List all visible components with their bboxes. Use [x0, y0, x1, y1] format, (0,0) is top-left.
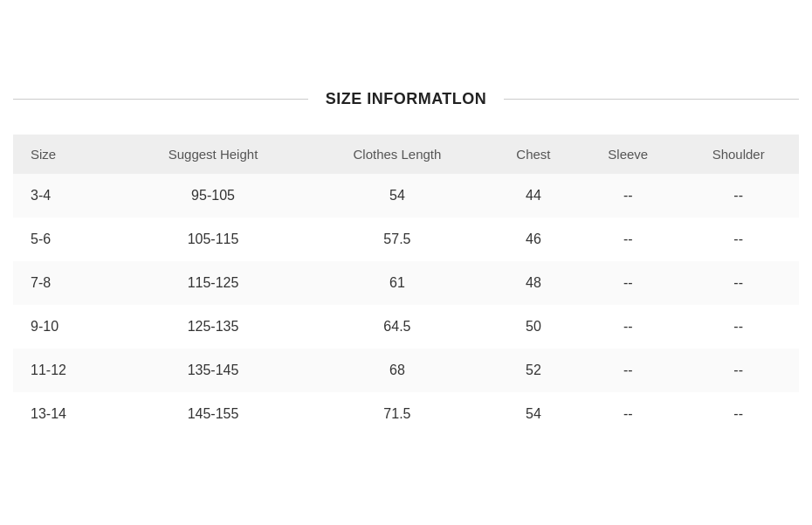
cell-sleeve-2: --	[578, 261, 678, 305]
title-row: SIZE INFORMATLON	[13, 90, 799, 108]
cell-chest-0: 44	[489, 174, 579, 218]
table-row: 5-6105-11557.546----	[13, 218, 799, 261]
cell-sleeve-3: --	[578, 305, 678, 349]
cell-chest-4: 52	[489, 349, 579, 392]
cell-chest-1: 46	[489, 218, 579, 261]
table-body: 3-495-1055444----5-6105-11557.546----7-8…	[13, 174, 799, 436]
cell-clothes_length-1: 57.5	[306, 218, 488, 261]
cell-sleeve-4: --	[578, 349, 678, 392]
cell-clothes_length-5: 71.5	[306, 392, 488, 436]
cell-suggest_height-4: 135-145	[120, 349, 306, 392]
cell-clothes_length-4: 68	[306, 349, 488, 392]
header-cell-shoulder: Shoulder	[678, 135, 799, 174]
cell-size-0: 3-4	[13, 174, 120, 218]
cell-sleeve-1: --	[578, 218, 678, 261]
cell-suggest_height-0: 95-105	[120, 174, 306, 218]
table-row: 3-495-1055444----	[13, 174, 799, 218]
cell-shoulder-4: --	[678, 349, 799, 392]
header-cell-chest: Chest	[489, 135, 579, 174]
table-row: 13-14145-15571.554----	[13, 392, 799, 436]
title-line-left	[13, 99, 308, 100]
cell-suggest_height-3: 125-135	[120, 305, 306, 349]
cell-chest-5: 54	[489, 392, 579, 436]
table-row: 11-12135-1456852----	[13, 349, 799, 392]
cell-shoulder-1: --	[678, 218, 799, 261]
cell-suggest_height-2: 115-125	[120, 261, 306, 305]
cell-suggest_height-5: 145-155	[120, 392, 306, 436]
size-info-container: SIZE INFORMATLON SizeSuggest HeightCloth…	[13, 73, 799, 453]
table-row: 7-8115-1256148----	[13, 261, 799, 305]
cell-size-2: 7-8	[13, 261, 120, 305]
cell-sleeve-0: --	[578, 174, 678, 218]
cell-clothes_length-3: 64.5	[306, 305, 488, 349]
cell-shoulder-3: --	[678, 305, 799, 349]
table-row: 9-10125-13564.550----	[13, 305, 799, 349]
header-row: SizeSuggest HeightClothes LengthChestSle…	[13, 135, 799, 174]
cell-shoulder-0: --	[678, 174, 799, 218]
cell-chest-2: 48	[489, 261, 579, 305]
cell-clothes_length-0: 54	[306, 174, 488, 218]
cell-size-1: 5-6	[13, 218, 120, 261]
cell-chest-3: 50	[489, 305, 579, 349]
page-title: SIZE INFORMATLON	[308, 90, 505, 108]
header-cell-sleeve: Sleeve	[578, 135, 678, 174]
title-line-right	[504, 99, 799, 100]
header-cell-size: Size	[13, 135, 120, 174]
cell-sleeve-5: --	[578, 392, 678, 436]
cell-clothes_length-2: 61	[306, 261, 488, 305]
cell-shoulder-2: --	[678, 261, 799, 305]
cell-size-4: 11-12	[13, 349, 120, 392]
header-cell-suggest_height: Suggest Height	[120, 135, 306, 174]
table-header: SizeSuggest HeightClothes LengthChestSle…	[13, 135, 799, 174]
cell-suggest_height-1: 105-115	[120, 218, 306, 261]
cell-shoulder-5: --	[678, 392, 799, 436]
cell-size-5: 13-14	[13, 392, 120, 436]
cell-size-3: 9-10	[13, 305, 120, 349]
size-table: SizeSuggest HeightClothes LengthChestSle…	[13, 135, 799, 436]
header-cell-clothes_length: Clothes Length	[306, 135, 488, 174]
